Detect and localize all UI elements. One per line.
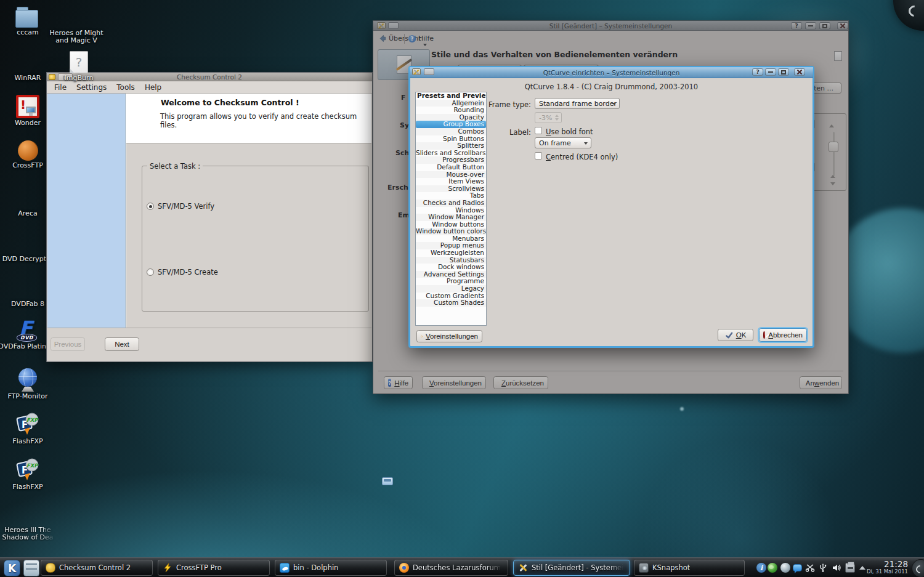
label-position-combo[interactable]: On frame [535,137,591,148]
qtcurve-category-item[interactable]: Default Button [416,164,486,171]
frame-type-combo[interactable]: Standard frame border [535,98,620,109]
qtcurve-category-item[interactable]: Popup menus [416,242,486,249]
titlebar[interactable]: Stil [Geändert] – Systemeinstellungen ? [373,21,848,31]
qtcurve-category-item[interactable]: Window buttons [416,221,486,228]
qtcurve-category-item[interactable]: Windows [416,207,486,214]
desktop-icon-ftp-monitor[interactable]: FTP-Monitor [0,368,55,400]
sidebar-item-label[interactable]: F [401,94,406,102]
help-button[interactable]: ? Hilfe [408,34,434,42]
previous-button[interactable]: Previous [51,337,85,351]
qtcurve-category-item[interactable]: Window Manager [416,214,486,221]
plasma-cashew-icon[interactable] [893,0,924,31]
qtcurve-category-item[interactable]: Checks and Radios [416,200,486,207]
qtcurve-category-item[interactable]: Advanced Settings [416,271,486,278]
menu-item[interactable]: Tools [111,83,140,92]
task-dolphin[interactable]: bin - Dolphin [275,560,387,576]
sidebar-item-label[interactable]: Sch [395,149,409,157]
desktop-icon-imgburn[interactable]: ? ImgBurn [51,51,107,82]
menu-item[interactable]: Settings [71,83,111,92]
task-firefox-lazarusforum[interactable]: Deutsches Lazarusforum • Änder [394,560,508,576]
qtcurve-category-item[interactable]: Scrollviews [416,185,486,193]
monitor-glyph [26,107,36,113]
kde-menu-button[interactable]: K [4,560,20,576]
help-window-button[interactable]: ? [791,22,802,30]
next-button[interactable]: Next [105,337,139,351]
reset-button[interactable]: Zurücksetzen [493,376,548,389]
radio-sfv-verify[interactable]: SFV/MD-5 Verify [147,202,214,211]
ok-button[interactable]: OK [718,329,753,341]
scissors-icon[interactable] [805,563,815,573]
help-book-icon: ? [388,379,392,387]
minimize-button[interactable] [805,22,816,30]
task-ksnapshot[interactable]: KSnapshot [634,560,745,576]
menu-item[interactable]: Help [140,83,166,92]
minimize-button[interactable] [765,68,776,76]
bold-font-checkbox[interactable] [535,127,542,134]
file-manager-launcher[interactable] [23,560,39,576]
titlebar[interactable]: QtCurve einrichten – Systemeinstellungen… [410,67,813,78]
maximize-button[interactable] [819,22,830,30]
qtcurve-category-item[interactable]: Dock windows [416,264,486,271]
radio-button[interactable] [147,268,154,276]
desktop-icon-heroes3[interactable]: Heroes III The Shadow of Dea [0,525,55,541]
radio-button[interactable] [147,203,154,210]
help-icon: ? [408,35,416,42]
spin-arrows-icon[interactable] [555,115,559,121]
qtcurve-category-item[interactable]: Custom Gradients [416,293,486,300]
sidebar-item-label[interactable]: Ersch [387,184,408,192]
qtcurve-category-item[interactable]: Spin Buttons [416,135,486,143]
task-checksum-control[interactable]: Checksum Control 2 [41,560,153,576]
rounding-spinbox[interactable]: -3% [535,112,562,123]
task-systemsettings[interactable]: Stil [Geändert] - Systemeinstellun [513,560,630,576]
bold-font-label[interactable]: Use bold font [546,127,593,136]
centred-label[interactable]: Centred (KDE4 only) [546,153,618,161]
globe-icon[interactable] [768,563,777,573]
qtcurve-category-item[interactable]: Presets and Preview [416,92,486,100]
qtcurve-category-item[interactable]: Mouse-over [416,171,486,179]
help-window-button[interactable]: ? [752,68,763,76]
chat-icon[interactable] [793,564,802,571]
qtcurve-category-item[interactable]: Group Boxes [416,121,486,128]
task-crossftp[interactable]: CrossFTP Pro [158,560,270,576]
device-icon[interactable] [845,563,855,573]
maximize-button[interactable] [778,68,789,76]
on-all-desktops-button[interactable] [424,68,434,75]
qtcurve-category-item[interactable]: Tabs [416,192,486,200]
cancel-button[interactable]: Abbrechen [759,328,807,342]
undo-icon [498,379,498,387]
info-icon[interactable]: i [756,563,766,573]
radio-sfv-create[interactable]: SFV/MD-5 Create [147,268,218,276]
defaults-button[interactable]: Voreinstellungen [422,376,486,389]
qtcurve-category-item[interactable]: Item Views [416,178,486,185]
close-button[interactable] [837,22,848,30]
qtcurve-category-item[interactable]: Combos [416,128,486,135]
qtcurve-category-item[interactable]: Werkzeugleisten [416,249,486,257]
defaults-button[interactable]: Voreinstellungen [416,330,482,342]
close-button[interactable] [794,68,805,76]
qtcurve-category-item[interactable]: Programme [416,278,486,285]
qtcurve-category-item[interactable]: Legacy [416,285,486,293]
usb-icon[interactable] [818,563,828,573]
desktop-icon-heroes-v[interactable]: Heroes of Might and Magic V [49,28,104,44]
mini-window-icon[interactable] [382,477,393,485]
sphere-icon[interactable] [780,563,790,573]
menu-item[interactable]: File [49,83,71,92]
qtcurve-category-item[interactable]: Statusbars [416,257,486,264]
qtcurve-category-item[interactable]: Window button colors [416,228,486,235]
desktop-icon-flashfxp-1[interactable]: F FXP FlashFXP [0,412,55,445]
on-all-desktops-button[interactable] [388,22,399,29]
qtcurve-category-item[interactable]: Menubars [416,235,486,243]
volume-icon[interactable] [832,563,841,573]
centred-checkbox[interactable] [535,152,542,159]
desktop-icon-flashfxp-2[interactable]: F FXP FlashFXP [0,458,55,491]
help-footer-button[interactable]: ? Hilfe [384,376,413,389]
qtcurve-category-item[interactable]: Sliders and Scrollbars [416,150,486,157]
qtcurve-category-item[interactable]: Progressbars [416,156,486,164]
sidebar-item-label[interactable]: Sy [400,121,409,129]
apply-button[interactable]: Anwenden [800,376,842,389]
qtcurve-category-item[interactable]: Custom Shades [416,299,486,307]
panel-cashew-icon[interactable] [912,559,924,577]
qtcurve-category-item[interactable]: Splitters [416,142,486,150]
clock[interactable]: 21:28 Di, 31 Mai 2011 [860,560,908,575]
qtcurve-category-item[interactable]: Opacity [416,114,486,121]
